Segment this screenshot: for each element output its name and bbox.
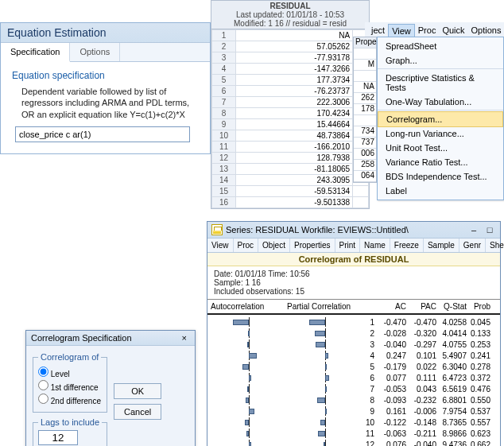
qstat-val: 6.4723 — [436, 374, 467, 382]
menu-item-correlogram[interactable]: Correlogram... — [378, 111, 503, 127]
radio-2nd-diff[interactable]: 2nd difference — [38, 394, 102, 405]
corr-row: 3-0.040-0.2974.07550.253 — [211, 339, 497, 350]
corr-bar — [211, 395, 287, 405]
cell-value[interactable]: 48.73864 — [236, 130, 353, 142]
toolbar-freeze[interactable]: Freeze — [390, 239, 424, 252]
row-number: 2 — [212, 41, 236, 52]
cell-value[interactable]: 177.3734 — [236, 75, 353, 86]
peek-cell: 258 — [354, 160, 376, 171]
corr-bar — [211, 406, 287, 416]
row-number: 4 — [212, 64, 236, 75]
cell-value[interactable]: -76.23737 — [236, 86, 353, 97]
tab-options[interactable]: Options — [70, 43, 120, 61]
cell-value[interactable]: -59.53134 — [236, 186, 353, 197]
ac-val: -0.179 — [376, 363, 406, 371]
peek-cell — [354, 48, 376, 60]
ok-button[interactable]: OK — [114, 383, 161, 399]
ac-val: -0.093 — [376, 396, 406, 405]
pac-val: 0.043 — [406, 385, 436, 394]
qstat-val: 6.3040 — [436, 363, 467, 371]
corr-row: 2-0.028-0.3204.04140.133 — [211, 328, 497, 339]
eqest-description: Dependent variable followed by list of r… — [21, 86, 200, 120]
toolbar-print[interactable]: Print — [335, 239, 361, 252]
menu-item-unit-root-test[interactable]: Unit Root Test... — [378, 141, 503, 155]
toolbar-sheet[interactable]: Sheet — [486, 239, 504, 252]
menu-item-one-way-tabulation[interactable]: One-Way Tabulation... — [378, 95, 503, 111]
prob-val: 0.253 — [467, 340, 490, 349]
corrwin-body: 1-0.470-0.4704.02580.0452-0.028-0.3204.0… — [207, 315, 500, 446]
corr-row: 5-0.179 0.0226.30400.278 — [211, 361, 497, 372]
prob-val: 0.623 — [467, 429, 490, 438]
row-number: 9 — [212, 119, 236, 130]
menu-item-graph[interactable]: Graph... — [378, 53, 503, 69]
cell-value[interactable]: -77.93178 — [236, 52, 353, 64]
cell-value[interactable]: 57.05262 — [236, 41, 353, 52]
corr-bar — [287, 406, 363, 416]
cell-value[interactable]: 243.3095 — [236, 175, 353, 186]
row-number: 11 — [212, 142, 236, 153]
corr-bar — [287, 362, 363, 371]
toolbar-genr[interactable]: Genr — [459, 239, 486, 252]
lags-legend: Lags to include — [38, 417, 102, 427]
ac-val: -0.053 — [376, 385, 406, 394]
qstat-val: 4.0414 — [436, 329, 467, 338]
cell-value[interactable]: -9.501338 — [236, 197, 353, 208]
cell-value[interactable]: NA — [236, 30, 353, 41]
pac-val: -0.232 — [406, 396, 436, 405]
eqest-fieldset-title: Equation specification — [12, 70, 200, 81]
radio-1st-diff[interactable]: 1st difference — [38, 380, 102, 392]
corrwin-subtitle: Correlogram of RESIDUAL — [207, 253, 500, 266]
corr-bar — [211, 440, 287, 446]
cell-value[interactable]: -166.2010 — [236, 142, 353, 153]
corr-bar — [211, 429, 287, 438]
close-icon[interactable]: × — [179, 333, 190, 343]
menu-item-descriptive-statistics-tests[interactable]: Descriptive Statistics & Tests — [378, 71, 503, 95]
cell-value[interactable]: 15.44664 — [236, 119, 353, 130]
toolbar-view[interactable]: View — [207, 239, 234, 252]
toolbar-object[interactable]: Object — [258, 239, 290, 252]
peek-cell: M — [354, 60, 376, 71]
toolbar-properties[interactable]: Properties — [290, 239, 335, 252]
peek-cell — [354, 71, 376, 82]
radio-level[interactable]: Level — [38, 366, 102, 378]
hdr-ac: Autocorrelation — [211, 302, 287, 311]
eqest-tabs: Specification Options — [1, 43, 210, 62]
menu-item-bds-independence-test[interactable]: BDS Independence Test... — [378, 169, 503, 184]
toolbar-proc[interactable]: Proc — [234, 239, 259, 252]
ac-val: 0.077 — [376, 374, 406, 382]
cell-value[interactable]: 128.7938 — [236, 153, 353, 164]
pac-val: 0.111 — [406, 374, 436, 382]
menu-item-long-run-variance[interactable]: Long-run Variance... — [378, 126, 503, 141]
cell-value[interactable]: -147.3266 — [236, 64, 353, 75]
correlogram-spec-dialog: Correlogram Specification × Correlogram … — [25, 330, 196, 446]
row-number: 3 — [212, 52, 236, 64]
cell-value[interactable]: 222.3006 — [236, 97, 353, 108]
sheet-table: 1NA257.052623-77.931784-147.32665177.373… — [211, 29, 369, 208]
qstat-val: 8.7365 — [436, 418, 467, 427]
equation-input[interactable] — [15, 126, 190, 142]
menu-item-label[interactable]: Label — [378, 184, 503, 198]
toolbar-name[interactable]: Name — [360, 239, 390, 252]
minimize-icon[interactable]: – — [467, 225, 480, 235]
cell-value[interactable]: -81.18065 — [236, 164, 353, 175]
prob-val: 0.241 — [467, 351, 490, 360]
corr-bar — [287, 328, 363, 338]
pac-val: 0.101 — [406, 351, 436, 360]
corr-row: 7-0.053 0.0436.56190.476 — [211, 383, 497, 394]
pac-val: 0.022 — [406, 363, 436, 371]
tab-specification[interactable]: Specification — [1, 43, 70, 62]
row-number: 6 — [212, 86, 236, 97]
lags-input[interactable] — [38, 430, 78, 445]
ac-val: -0.028 — [376, 329, 406, 338]
menu-item-spreadsheet[interactable]: SpreadSheet — [378, 39, 503, 53]
menu-item-variance-ratio-test[interactable]: Variance Ratio Test... — [378, 155, 503, 169]
corrwin-meta: Date: 01/01/18 Time: 10:56 Sample: 1 16 … — [207, 266, 500, 300]
cell-value[interactable]: 170.4234 — [236, 108, 353, 119]
toolbar-sample[interactable]: Sample — [424, 239, 459, 252]
corr-bar — [287, 440, 363, 446]
cancel-button[interactable]: Cancel — [114, 404, 161, 420]
correlogram-window: Series: RESIDUAL Workfile: EVIEWS::Untit… — [207, 221, 501, 446]
prob-val: 0.662 — [467, 440, 490, 447]
prob-val: 0.476 — [467, 385, 490, 394]
maximize-icon[interactable]: □ — [483, 225, 496, 235]
